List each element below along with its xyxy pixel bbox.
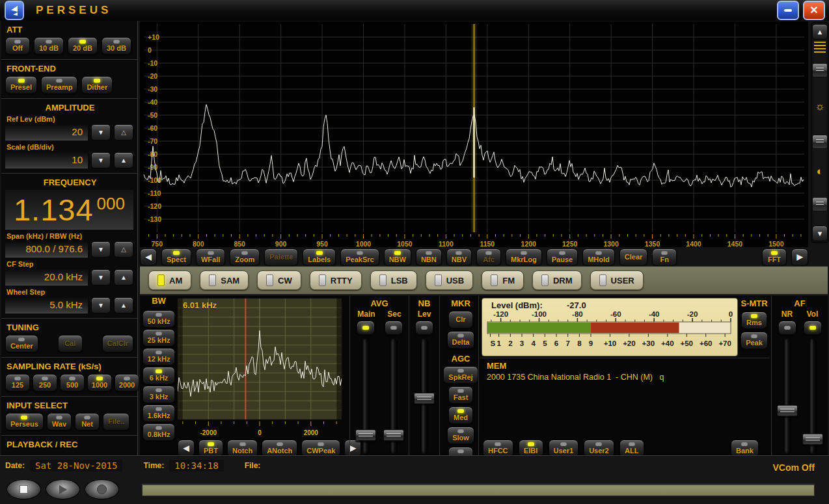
scale-value[interactable]: 10 [5,152,88,168]
filter-display[interactable]: -200002000 6.01 kHz [178,298,342,438]
mode-cw-button[interactable]: CW [257,271,301,290]
toolbar-peaksrc-button[interactable]: PeakSrc [340,248,379,266]
mkr-delta-button[interactable]: Delta [447,331,475,349]
af-vol-button[interactable] [804,321,822,335]
mode-am-button[interactable]: AM [148,271,191,290]
mem-entry[interactable]: 2000 1735 China National Radio 1 - CHN (… [487,373,770,382]
agc-fast-button[interactable]: Fast [448,386,474,404]
af-nr-slider[interactable] [777,339,798,453]
mode-sam-button[interactable]: SAM [200,271,249,290]
frontend-preamp-button[interactable]: Preamp [41,76,77,94]
mode-rtty-button[interactable]: RTTY [310,271,362,290]
bw-0-8khz-button[interactable]: 0.8kHz [143,423,175,441]
brightness-slider-handle[interactable] [812,135,828,149]
filter-cwpeak-button[interactable]: CWPeak [301,440,340,457]
bw-25-khz-button[interactable]: 25 kHz [143,329,175,347]
mem-bank-button[interactable]: Bank [731,440,759,457]
toolbar-mkrlog-button[interactable]: MkrLog [506,248,542,266]
input-wav-button[interactable]: Wav [47,413,72,431]
agc-spkrej-button[interactable]: SpkRej [443,366,478,384]
filter-notch-button[interactable]: Notch [227,440,258,457]
toolbar-mhold-button[interactable]: MHold [582,248,615,266]
slider-handle[interactable] [383,429,404,441]
db-user1-button[interactable]: User1 [549,440,579,457]
mode-usb-button[interactable]: USB [426,271,473,290]
toolbar-nbv-button[interactable]: NBV [446,248,472,266]
att-10-db-button[interactable]: 10 dB [34,37,64,55]
minimize-button[interactable] [777,1,799,20]
ref-lev-down-button[interactable]: ▼ [91,124,111,140]
mode-user-button[interactable]: USER [590,271,644,290]
wheel-step-value[interactable]: 5.0 kHz [5,297,88,313]
toolbar-labels-button[interactable]: Labels [303,248,336,266]
scale-down-button[interactable]: ▼ [91,152,111,168]
scale-up-button[interactable]: ▲ [114,152,133,168]
rate-1000-button[interactable]: 1000 [87,374,112,391]
frontend-dither-button[interactable]: Dither [81,76,113,94]
bw-1-6khz-button[interactable]: 1.6kHz [143,405,175,422]
smtr-rms-button[interactable]: Rms [741,312,767,329]
mkr-clr-button[interactable]: Clr [448,311,473,328]
bw-12-khz-button[interactable]: 12 kHz [143,348,175,365]
cf-step-up-button[interactable]: ▲ [114,269,133,285]
toolbar-afc-button[interactable]: Afc [476,248,501,266]
tuning-calclr-button[interactable]: CalClr [102,335,133,352]
stop-button[interactable] [7,479,41,499]
tuning-cal-button[interactable]: Cal [58,335,83,352]
filter-scroll-left-button[interactable]: ◀ [178,440,195,457]
app-logo-icon[interactable] [5,1,24,20]
nb-lev-slider[interactable] [414,339,435,453]
cf-step-down-button[interactable]: ▼ [91,269,111,285]
slider-handle[interactable] [802,433,823,445]
agc-med-button[interactable]: Med [448,406,473,424]
slider-handle[interactable] [355,429,376,441]
close-button[interactable]: ✕ [803,1,825,20]
att-20-db-button[interactable]: 20 dB [68,37,98,55]
slider-handle[interactable] [414,392,435,404]
ref-lev-up-button[interactable]: △ [114,124,133,140]
toolbar-scroll-left-button[interactable]: ◀ [140,248,157,266]
db-eibi-button[interactable]: EIBI [519,440,543,457]
rate-500-button[interactable]: 500 [60,374,85,391]
spectrum-lines-icon[interactable] [812,41,828,54]
wheel-step-up-button[interactable]: ▲ [114,297,133,313]
play-button[interactable] [46,479,80,499]
nb-lev-button[interactable] [415,321,433,335]
toolbar-palette-button[interactable]: Palette [264,248,298,266]
avg-sec-button[interactable] [385,321,403,335]
avg-sec-slider[interactable] [383,339,404,453]
spectrum-split-slider-handle[interactable] [812,63,828,77]
input-file-button[interactable]: File.. [103,413,129,431]
mode-drm-button[interactable]: DRM [532,271,582,290]
bw-3-khz-button[interactable]: 3 kHz [143,386,175,403]
db-all-button[interactable]: ALL [619,440,644,457]
mode-lsb-button[interactable]: LSB [370,271,417,290]
span-down-button[interactable]: ▼ [91,241,111,258]
contrast-slider-handle[interactable] [812,197,828,211]
record-button[interactable] [85,479,119,499]
avg-main-button[interactable] [357,321,375,335]
wheel-step-down-button[interactable]: ▼ [91,297,111,313]
span-value[interactable]: 800.0 / 976.6 [5,241,88,258]
spectrum-display[interactable]: +100-10-20-30-40-50-60-70-80-90-100-110-… [140,21,808,247]
toolbar-zoom-button[interactable]: Zoom [230,248,260,266]
tuning-center-button[interactable]: Center [5,335,38,352]
toolbar-nbw-button[interactable]: NBW [384,248,411,266]
filter-pbt-button[interactable]: PBT [198,440,223,457]
smtr-peak-button[interactable]: Peak [741,332,768,349]
ref-lev-value[interactable]: 20 [5,124,88,140]
toolbar-scroll-right-button[interactable]: ▶ [791,248,808,266]
scroll-down-button[interactable]: ▼ [812,226,828,241]
avg-main-slider[interactable] [355,339,376,453]
toolbar-nbn-button[interactable]: NBN [416,248,442,266]
bw-6-khz-button[interactable]: 6 kHz [143,367,175,384]
input-perseus-button[interactable]: Perseus [5,413,44,431]
toolbar-wfall-button[interactable]: WFall [196,248,225,266]
filter-anotch-button[interactable]: ANotch [262,440,297,457]
att-30-db-button[interactable]: 30 dB [102,37,131,55]
recording-progress-bar[interactable] [142,484,815,496]
filter-plot[interactable]: -200002000 [178,298,342,438]
att-off-button[interactable]: Off [5,37,30,55]
toolbar-pause-button[interactable]: Pause [547,248,578,266]
toolbar-spect-button[interactable]: Spect [161,248,191,266]
